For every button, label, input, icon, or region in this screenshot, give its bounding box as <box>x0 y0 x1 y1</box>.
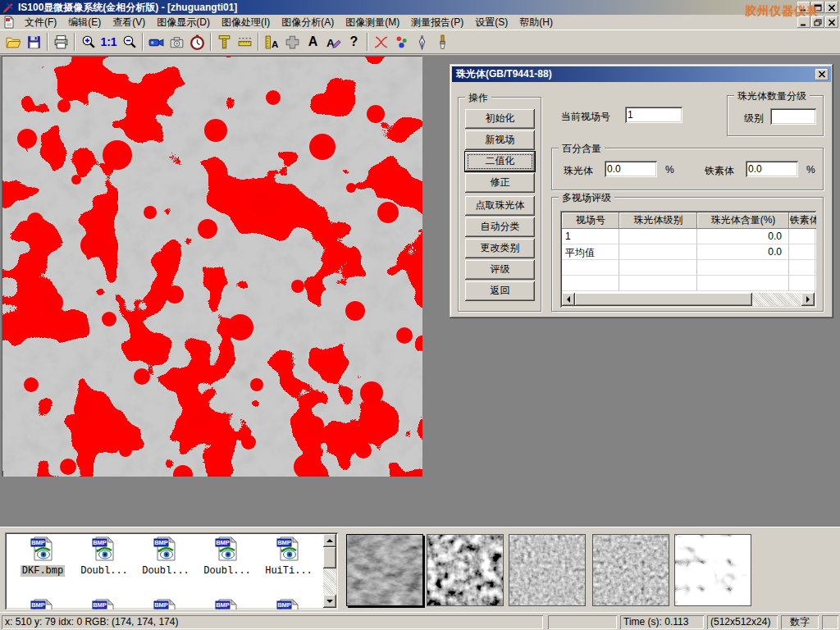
bmp-file-icon <box>91 536 117 562</box>
caliper-measure-button[interactable] <box>214 32 235 52</box>
micrograph-image[interactable] <box>2 56 422 476</box>
col-pearlite-grade[interactable]: 珠光体级别 <box>619 212 697 229</box>
edit-annotation-button[interactable]: A <box>323 32 344 52</box>
dialog-close-button[interactable] <box>815 69 829 80</box>
table-horizontal-scrollbar[interactable] <box>562 293 815 306</box>
dialog-title-bar[interactable]: 珠光体(GB/T9441-88) <box>452 66 831 82</box>
grading-group-label: 多视场评级 <box>559 191 614 205</box>
file-item[interactable] <box>13 598 72 609</box>
text-annotation-button[interactable]: A <box>303 32 323 52</box>
file-item[interactable]: Doubl... <box>136 536 195 577</box>
file-name[interactable]: Doubl... <box>202 565 253 577</box>
scroll-down-arrow[interactable] <box>323 595 336 608</box>
menu-image-display[interactable]: 图像显示(D) <box>151 16 216 29</box>
col-pearlite-content[interactable]: 珠光体含量(%) <box>697 212 789 229</box>
menu-view[interactable]: 查看(V) <box>107 16 151 29</box>
text-a-label: A <box>308 34 318 49</box>
toolbar-separator <box>74 33 75 51</box>
thumbnail-selected[interactable] <box>346 534 423 606</box>
auto-classify-button[interactable]: 自动分类 <box>465 217 535 237</box>
menu-image-analysis[interactable]: 图像分析(A) <box>276 16 340 29</box>
thumbnail[interactable] <box>509 534 586 606</box>
menu-image-measure[interactable]: 图像测量(M) <box>340 16 405 29</box>
file-item[interactable] <box>136 598 195 609</box>
window-close-button[interactable] <box>825 2 838 13</box>
cell-field: 1 <box>562 229 619 244</box>
pen-tool-button[interactable] <box>412 32 432 52</box>
child-minimize-button[interactable] <box>797 16 810 28</box>
file-name[interactable]: Doubl... <box>140 565 191 577</box>
menu-image-processing[interactable]: 图像处理(I) <box>216 16 276 29</box>
status-empty-panel <box>822 615 838 629</box>
ferrite-percent-input[interactable] <box>746 161 798 177</box>
actual-size-label: 1:1 <box>100 35 116 48</box>
merge-cross-button[interactable] <box>282 32 303 52</box>
file-name[interactable]: Doubl... <box>79 565 130 577</box>
file-name[interactable]: HuiTi... <box>263 565 314 577</box>
menu-settings[interactable]: 设置(S) <box>469 16 514 29</box>
thumbnail[interactable] <box>674 534 751 606</box>
timer-button[interactable] <box>187 32 208 52</box>
brush-tool-button[interactable] <box>432 32 453 52</box>
file-item[interactable]: HuiTi... <box>259 536 318 577</box>
scrollbar-thumb[interactable] <box>575 293 752 306</box>
photo-capture-button[interactable] <box>167 32 187 52</box>
file-item[interactable]: Doubl... <box>75 536 134 577</box>
file-item[interactable] <box>259 598 318 609</box>
initialize-button[interactable]: 初始化 <box>465 109 535 129</box>
thumbnail[interactable] <box>427 534 504 606</box>
curve-tool-button[interactable] <box>371 32 391 52</box>
table-row[interactable]: 平均值 0.0 <box>562 244 816 260</box>
current-field-input[interactable] <box>625 107 682 123</box>
correct-button[interactable]: 修正 <box>465 173 535 193</box>
status-time: Time (s): 0.113 <box>620 615 704 629</box>
return-button[interactable]: 返回 <box>465 281 535 301</box>
print-button[interactable] <box>51 32 71 52</box>
operation-group-label: 操作 <box>465 91 491 105</box>
current-field-label: 当前视场号 <box>561 110 610 124</box>
new-field-button[interactable]: 新视场 <box>465 130 535 150</box>
file-item[interactable] <box>75 598 134 609</box>
col-ferrite-content[interactable]: 铁素体含量(%) <box>789 212 816 229</box>
window-minimize-button[interactable] <box>797 2 810 13</box>
grade-input[interactable] <box>770 108 816 125</box>
window-maximize-button[interactable] <box>811 2 824 13</box>
file-list-scrollbar[interactable] <box>323 534 336 608</box>
pearlite-percent-input[interactable] <box>605 161 657 177</box>
zoom-out-button[interactable] <box>119 32 139 52</box>
thumbnail[interactable] <box>592 534 669 606</box>
bmp-file-icon <box>276 536 302 562</box>
document-icon[interactable] <box>2 16 16 29</box>
scroll-up-arrow[interactable] <box>323 534 336 547</box>
scroll-right-arrow[interactable] <box>801 293 815 306</box>
binarized-micrograph <box>2 57 422 477</box>
actual-size-button[interactable]: 1:1 <box>98 32 119 52</box>
file-item[interactable]: DKF.bmp <box>13 536 72 577</box>
file-name[interactable]: DKF.bmp <box>21 565 65 577</box>
menu-help[interactable]: 帮助(H) <box>514 16 559 29</box>
menu-edit[interactable]: 编辑(E) <box>62 16 107 29</box>
change-class-button[interactable]: 更改类别 <box>465 239 535 258</box>
col-field-number[interactable]: 视场号 <box>562 212 619 229</box>
ruler-measure-button[interactable] <box>235 32 255 52</box>
child-restore-button[interactable] <box>811 16 824 28</box>
zoom-in-button[interactable] <box>78 32 98 52</box>
child-close-button[interactable] <box>825 16 838 28</box>
scrollbar-thumb[interactable] <box>323 547 336 568</box>
menu-measure-report[interactable]: 测量报告(P) <box>405 16 469 29</box>
save-button[interactable] <box>24 32 44 52</box>
file-item[interactable]: Doubl... <box>198 536 257 577</box>
menu-file[interactable]: 文件(F) <box>19 16 62 29</box>
table-row[interactable]: 1 0.0 <box>562 229 816 244</box>
measure-label-button[interactable]: A <box>262 32 282 52</box>
open-file-button[interactable] <box>3 32 24 52</box>
pick-pearlite-button[interactable]: 点取珠光体 <box>465 196 535 216</box>
binarize-button[interactable]: 二值化 <box>465 152 535 171</box>
video-capture-button[interactable] <box>146 32 167 52</box>
grade-button[interactable]: 评级 <box>465 260 535 280</box>
particle-analysis-button[interactable] <box>391 32 412 52</box>
scroll-left-arrow[interactable] <box>562 293 575 306</box>
help-button[interactable]: ? <box>344 32 364 52</box>
menu-bar: 文件(F) 编辑(E) 查看(V) 图像显示(D) 图像处理(I) 图像分析(A… <box>0 15 840 30</box>
file-item[interactable] <box>198 598 257 609</box>
